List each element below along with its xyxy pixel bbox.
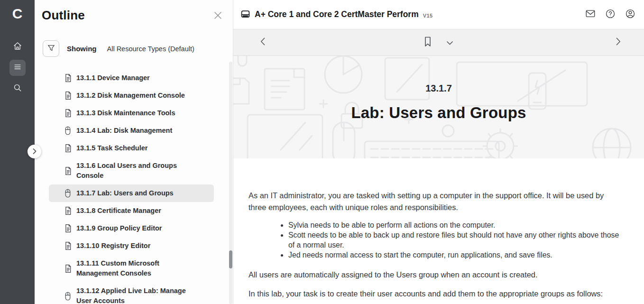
bookmark-button[interactable]	[421, 36, 434, 49]
outline-item-label: 13.1.1 Device Manager	[76, 73, 150, 83]
home-button[interactable]	[9, 39, 26, 55]
requirement-item: Sylvia needs to be able to perform all a…	[288, 220, 623, 230]
panel-collapse-handle[interactable]	[28, 145, 41, 158]
rail-nav	[9, 39, 26, 97]
outline-item-label: 13.1.8 Certificate Manager	[76, 206, 161, 216]
search-button[interactable]	[9, 81, 26, 97]
close-outline-button[interactable]	[213, 11, 222, 21]
search-icon	[13, 83, 22, 94]
outline-item[interactable]: 13.1.3 Disk Maintenance Tools	[49, 104, 214, 122]
bookmark-group	[421, 36, 456, 49]
requirement-item: Jed needs normal access to start the com…	[288, 250, 623, 260]
outline-item-label: 13.1.9 Group Policy Editor	[76, 223, 162, 233]
intro-paragraph: As an IT administrator, you are tasked w…	[248, 190, 623, 213]
requirement-item: Scott needs to be able to back up and re…	[288, 230, 623, 250]
document-icon	[64, 91, 72, 100]
chevron-left-icon	[260, 37, 265, 47]
help-button[interactable]	[605, 9, 616, 20]
account-icon	[625, 9, 635, 21]
bookmark-menu-button[interactable]	[443, 36, 456, 49]
chevron-right-icon	[616, 37, 621, 47]
course-version-badge: V15	[423, 13, 433, 18]
showing-label: Showing	[67, 45, 97, 53]
outline-header: Outline	[35, 0, 233, 23]
header-actions	[585, 9, 635, 20]
outline-item-label: 13.1.4 Lab: Disk Management	[76, 126, 172, 136]
outline-toggle-button[interactable]	[9, 60, 26, 76]
messages-button[interactable]	[585, 9, 596, 20]
lesson-toolbar	[233, 29, 644, 56]
lesson-scroll-area[interactable]: 13.1.7 Lab: Users and Groups As an IT ad…	[233, 56, 644, 304]
outline-item-selected[interactable]: 13.1.7 Lab: Users and Groups	[49, 184, 214, 202]
outline-item[interactable]: 13.1.5 Task Scheduler	[49, 139, 214, 157]
outline-scrollbar-track[interactable]	[229, 62, 232, 304]
bookmark-icon	[423, 37, 432, 49]
lesson-number: 13.1.7	[233, 83, 644, 94]
main-area: A+ Core 1 and Core 2 CertMaster Perform …	[233, 0, 644, 304]
filter-button[interactable]	[43, 40, 59, 57]
help-icon	[605, 9, 616, 21]
filter-row: Showing All Resource Types (Default)	[43, 40, 233, 57]
outline-item[interactable]: 13.1.4 Lab: Disk Management	[49, 122, 214, 139]
outline-item-label: 13.1.11 Custom Microsoft Management Cons…	[76, 258, 199, 278]
document-icon	[64, 144, 72, 153]
outline-item-label: 13.1.5 Task Scheduler	[76, 143, 147, 153]
course-header: A+ Core 1 and Core 2 CertMaster Perform …	[233, 0, 644, 29]
course-title: A+ Core 1 and Core 2 CertMaster Perform	[255, 9, 419, 19]
document-icon	[64, 166, 72, 175]
close-icon	[214, 11, 222, 21]
chevron-down-icon	[447, 38, 453, 47]
mouse-icon	[64, 292, 72, 301]
outline-item-label: 13.1.7 Lab: Users and Groups	[76, 188, 174, 198]
outline-item[interactable]: 13.1.8 Certificate Manager	[49, 202, 214, 220]
outline-item-label: 13.1.2 Disk Management Console	[76, 91, 185, 101]
filter-value: All Resource Types (Default)	[107, 45, 194, 53]
outline-item[interactable]: 13.1.6 Local Users and Groups Console	[49, 157, 214, 184]
outline-item-label: 13.1.12 Applied Live Lab: Manage User Ac…	[76, 286, 199, 304]
document-icon	[64, 264, 72, 273]
document-icon	[64, 206, 72, 215]
note-paragraph: All users are automatically assigned to …	[248, 269, 623, 281]
outline-item[interactable]: 13.1.12 Applied Live Lab: Manage User Ac…	[49, 282, 214, 304]
next-page-button[interactable]	[612, 36, 625, 49]
mouse-icon	[64, 126, 72, 135]
outline-item-label: 13.1.6 Local Users and Groups Console	[76, 161, 199, 181]
document-icon	[64, 74, 72, 83]
outline-panel: Outline Showing All Resource Types (Defa…	[35, 0, 233, 304]
requirements-list: Sylvia needs to be able to perform all a…	[248, 220, 623, 260]
outline-item[interactable]: 13.1.2 Disk Management Console	[49, 87, 214, 104]
task-paragraph: In this lab, your task is to create thei…	[248, 288, 623, 300]
mail-icon	[585, 9, 596, 21]
mouse-icon	[64, 189, 72, 198]
brand-logo: C	[12, 5, 23, 23]
document-icon	[64, 224, 72, 233]
previous-page-button[interactable]	[256, 36, 269, 49]
lesson-title: Lab: Users and Groups	[233, 104, 644, 122]
outline-item[interactable]: 13.1.11 Custom Microsoft Management Cons…	[49, 255, 214, 282]
funnel-icon	[47, 44, 55, 54]
lesson-hero-banner: 13.1.7 Lab: Users and Groups	[233, 56, 644, 158]
outline-item[interactable]: 13.1.10 Registry Editor	[49, 237, 214, 255]
outline-item-label: 13.1.3 Disk Maintenance Tools	[76, 108, 175, 118]
chevron-right-icon	[33, 147, 37, 156]
home-icon	[13, 41, 22, 53]
outline-scrollbar-thumb[interactable]	[229, 250, 232, 268]
outline-item[interactable]: 13.1.9 Group Policy Editor	[49, 220, 214, 237]
document-icon	[64, 109, 72, 118]
outline-list: 13.1.1 Device Manager 13.1.2 Disk Manage…	[35, 69, 233, 304]
lesson-content: As an IT administrator, you are tasked w…	[248, 190, 623, 300]
course-book-icon	[240, 9, 250, 19]
outline-item[interactable]: 13.1.1 Device Manager	[49, 69, 214, 87]
menu-icon	[13, 62, 22, 74]
app-window: C Outline	[0, 0, 644, 304]
outline-item-label: 13.1.10 Registry Editor	[76, 241, 150, 251]
document-icon	[64, 241, 72, 250]
outline-title: Outline	[42, 8, 85, 23]
account-button[interactable]	[625, 9, 635, 20]
